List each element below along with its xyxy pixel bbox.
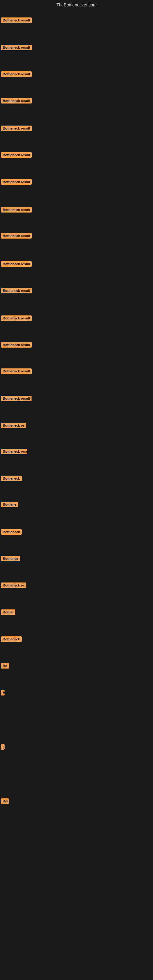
bottleneck-badge: Bottleneck result — [1, 368, 32, 374]
bottleneck-result-item: Bottleneck resu — [1, 449, 27, 455]
bottleneck-result-item: Bottleneck re — [1, 582, 26, 589]
bottleneck-badge: Bottleneck result — [1, 72, 32, 77]
bottleneck-result-item: Bottleneck result — [1, 152, 32, 159]
bottleneck-badge: | — [1, 744, 5, 750]
bottleneck-result-item: Bottleneck — [1, 476, 22, 482]
bottleneck-badge: Bo — [1, 663, 9, 668]
bottleneck-badge: Bottleneck result — [1, 98, 32, 103]
bottleneck-result-item: Bottleneck result — [1, 72, 32, 78]
bottleneck-badge: Bottlene — [1, 502, 18, 507]
bottleneck-result-item: B — [1, 690, 5, 697]
bottleneck-badge: Bottleneck re — [1, 582, 26, 588]
bottleneck-badge: Bottleneck result — [1, 207, 32, 213]
bottleneck-badge: Bot — [1, 799, 9, 804]
bottleneck-result-item: Bottleneck re — [1, 423, 26, 430]
bottleneck-result-item: Bo — [1, 663, 9, 670]
bottleneck-badge: Bottleneck — [1, 529, 22, 535]
bottleneck-result-item: Bottleneck result — [1, 288, 32, 294]
bottleneck-result-item: Bottleneck result — [1, 261, 32, 268]
bottleneck-badge: Bottleneck result — [1, 342, 32, 348]
bottleneck-badge: Bottleneck result — [1, 126, 32, 131]
bottleneck-result-item: Bottleneck result — [1, 342, 32, 349]
bottleneck-result-item: Bottleneck result — [1, 368, 32, 375]
bottleneck-badge: Bottleneck result — [1, 288, 32, 293]
bottleneck-badge: Bottleneck result — [1, 152, 32, 158]
bottleneck-result-item: Bottlene — [1, 502, 18, 508]
bottleneck-result-item: Bottler — [1, 609, 15, 616]
bottleneck-badge: Bottleneck — [1, 636, 22, 642]
bottleneck-result-item: Bottleneck result — [1, 45, 32, 51]
bottleneck-result-item: Bottleneck — [1, 529, 22, 536]
bottleneck-badge: Bottleneck resu — [1, 449, 27, 454]
bottleneck-result-item: Bottleneck result — [1, 315, 32, 322]
bottleneck-result-item: Bottleneck — [1, 636, 22, 643]
bottleneck-badge: Bottleneck result — [1, 396, 32, 401]
bottleneck-result-item: Bottleneck result — [1, 98, 32, 105]
bottleneck-result-item: Bottleneck result — [1, 207, 32, 214]
bottleneck-badge: Bottleneck result — [1, 233, 32, 239]
bottleneck-badge: Bottleneck — [1, 476, 22, 481]
bottleneck-result-item: Bottleneck result — [1, 18, 32, 24]
bottleneck-result-item: Bottleneck result — [1, 396, 32, 402]
bottleneck-badge: Bottleneck result — [1, 179, 32, 185]
bottleneck-badge: Bottleneck result — [1, 18, 32, 23]
bottleneck-result-item: Bottlenec — [1, 556, 20, 563]
bottleneck-badge: Bottlenec — [1, 556, 20, 562]
bottleneck-badge: Bottleneck result — [1, 45, 32, 50]
bottleneck-badge: Bottleneck result — [1, 315, 32, 321]
bottleneck-badge: Bottler — [1, 609, 15, 615]
bottleneck-badge: B — [1, 690, 5, 695]
bottleneck-result-item: | — [1, 744, 5, 751]
bottleneck-badge: Bottleneck result — [1, 261, 32, 267]
bottleneck-badge: Bottleneck re — [1, 423, 26, 428]
bottleneck-result-item: Bottleneck result — [1, 179, 32, 186]
bottleneck-result-item: Bottleneck result — [1, 233, 32, 240]
bottleneck-result-item: Bot — [1, 799, 9, 805]
site-title: TheBottlenecker.com — [0, 0, 153, 10]
bottleneck-result-item: Bottleneck result — [1, 126, 32, 132]
